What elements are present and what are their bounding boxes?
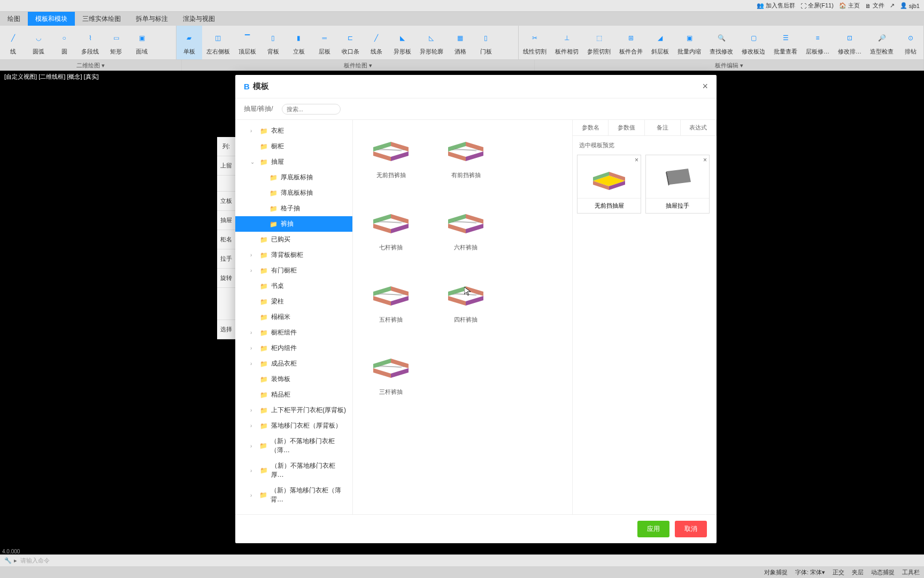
preview-item[interactable]: × 无前挡抽屉: [577, 155, 641, 214]
svg-marker-29: [373, 296, 391, 306]
tree-item[interactable]: ›📁上下柜平开门衣柜(厚背板): [235, 402, 352, 418]
tool-rect[interactable]: ▭矩形: [103, 26, 129, 59]
tree-item[interactable]: ›📁成品衣柜: [235, 356, 352, 371]
cancel-button[interactable]: 取消: [675, 521, 707, 537]
tool-special[interactable]: ◣异形板: [389, 26, 415, 59]
chevron-icon: ›: [250, 423, 257, 429]
tool-drill[interactable]: ⊙排钻: [898, 26, 923, 59]
tree-item[interactable]: 📁已购买: [235, 232, 352, 247]
tool-region[interactable]: ▣面域: [129, 26, 155, 59]
status-font[interactable]: 字体: 宋体▾: [795, 568, 825, 576]
user-menu[interactable]: 👤 sjb1: [900, 2, 920, 9]
tool-polyline[interactable]: ⌇多段线: [77, 26, 103, 59]
tree-item[interactable]: ›📁柜内组件: [235, 340, 352, 356]
tree-item[interactable]: ›📁落地移门衣柜（厚背板）: [235, 418, 352, 434]
tree-item[interactable]: 📁榻榻米: [235, 309, 352, 325]
tree-item[interactable]: ›📁薄背板橱柜: [235, 247, 352, 263]
tree-item[interactable]: 📁精品柜: [235, 387, 352, 402]
template-card[interactable]: 七杆裤抽: [361, 201, 420, 252]
tree-item[interactable]: 📁裤抽: [235, 216, 352, 232]
breadcrumb[interactable]: 抽屉/裤抽/: [244, 104, 273, 113]
tool-angle[interactable]: ◢斜层板: [647, 26, 673, 59]
tree-item[interactable]: ›📁（新）不落地移门衣柜（薄…: [235, 434, 352, 458]
status-dynsnap[interactable]: 动态捕捉: [871, 568, 895, 576]
tree-item[interactable]: 📁格子抽: [235, 201, 352, 216]
tool-check[interactable]: 🔎造型检查: [866, 26, 898, 59]
aftersales-link[interactable]: 👥 加入售后群: [757, 2, 795, 10]
preview-tab-name[interactable]: 参数名: [573, 120, 609, 135]
tool-side-panel[interactable]: ◫左右侧板: [202, 26, 234, 59]
status-snap[interactable]: 对象捕捉: [764, 568, 788, 576]
tool-circle[interactable]: ○圆: [51, 26, 77, 59]
tool-linear-cut[interactable]: ✂线性切割: [519, 26, 551, 59]
tool-merge[interactable]: ⊞板件合并: [615, 26, 647, 59]
tool-top-panel[interactable]: ▔顶层板: [234, 26, 260, 59]
template-card[interactable]: 四杆裤抽: [436, 273, 495, 324]
preview-close-button[interactable]: ×: [703, 156, 707, 164]
tree-item[interactable]: ›📁有门橱柜: [235, 263, 352, 278]
preview-tab-note[interactable]: 备注: [645, 120, 681, 135]
tree-item[interactable]: 📁薄底板标抽: [235, 185, 352, 201]
tab-template[interactable]: 模板和模块: [28, 12, 75, 26]
tool-contour[interactable]: ◺异形轮廓: [415, 26, 448, 59]
tool-door[interactable]: ▯门板: [473, 26, 499, 59]
footer-edit[interactable]: 板件编辑 ▾: [535, 60, 924, 71]
tree-item[interactable]: 📁书桌: [235, 278, 352, 294]
template-card[interactable]: 有前挡裤抽: [436, 128, 495, 179]
modal-close-button[interactable]: ×: [702, 81, 708, 92]
tool-trim[interactable]: ⊏收口条: [337, 26, 364, 59]
tree-item[interactable]: 📁橱柜: [235, 139, 352, 154]
tree-item[interactable]: 📁装饰板: [235, 371, 352, 387]
template-card[interactable]: 五杆裤抽: [361, 273, 420, 324]
tool-lines[interactable]: ╱线条: [364, 26, 389, 59]
tab-draw[interactable]: 绘图: [0, 12, 28, 26]
tree-item[interactable]: 📁梁柱: [235, 294, 352, 309]
template-card[interactable]: 无前挡裤抽: [361, 128, 420, 179]
apply-button[interactable]: 应用: [637, 521, 669, 537]
tool-single-panel[interactable]: ▰单板: [176, 26, 202, 59]
template-grid[interactable]: 无前挡裤抽有前挡裤抽七杆裤抽六杆裤抽五杆裤抽四杆裤抽三杆裤抽: [353, 120, 572, 514]
tool-ref-cut[interactable]: ⬚参照切割: [583, 26, 615, 59]
tool-shelf[interactable]: ═层板: [312, 26, 337, 59]
tab-split[interactable]: 拆单与标注: [128, 12, 175, 26]
tree-sidebar[interactable]: ›📁衣柜📁橱柜⌄📁抽屉📁厚底板标抽📁薄底板标抽📁格子抽📁裤抽📁已购买›📁薄背板橱…: [235, 120, 353, 514]
footer-panel[interactable]: 板件绘图 ▾: [182, 60, 535, 71]
tab-3d[interactable]: 三维实体绘图: [75, 12, 128, 26]
tool-wine[interactable]: ▦酒格: [448, 26, 473, 59]
tool-edge[interactable]: ▢修改板边: [737, 26, 769, 59]
status-ortho[interactable]: 正交: [833, 568, 844, 576]
preview-tab-value[interactable]: 参数值: [609, 120, 644, 135]
tree-item[interactable]: ›📁（新）落地移门衣柜（薄背…: [235, 483, 352, 507]
tool-batch-shrink[interactable]: ▣批量内缩: [673, 26, 705, 59]
search-input[interactable]: [282, 104, 341, 115]
preview-item[interactable]: × 抽屉拉手: [645, 155, 710, 214]
tool-arrange[interactable]: ⊡修改排…: [834, 26, 866, 59]
tool-back-panel[interactable]: ▯背板: [260, 26, 286, 59]
tab-render[interactable]: 渲染与视图: [175, 12, 222, 26]
tool-vert-panel[interactable]: ▮立板: [286, 26, 312, 59]
file-button[interactable]: 🗎 文件: [865, 2, 884, 10]
command-bar[interactable]: 🔧 ▸ 请输入命令: [0, 554, 924, 566]
template-card[interactable]: 六杆裤抽: [436, 201, 495, 252]
tool-line[interactable]: ╱线: [0, 26, 26, 59]
preview-close-button[interactable]: ×: [635, 156, 638, 164]
tool-arc[interactable]: ◡圆弧: [26, 26, 51, 59]
preview-tab-expr[interactable]: 表达式: [681, 120, 717, 135]
tree-item[interactable]: ›📁橱柜组件: [235, 325, 352, 340]
tree-item[interactable]: ›📁衣柜: [235, 123, 352, 139]
status-layer[interactable]: 夹层: [852, 568, 864, 576]
tree-item[interactable]: ›📁（新）不落地移门衣柜厚…: [235, 458, 352, 483]
tool-shelf-edit[interactable]: ≡层板修…: [802, 26, 834, 59]
tree-item[interactable]: ⌄📁抽屉: [235, 154, 352, 170]
tool-batch-view[interactable]: ☰批量查看: [769, 26, 802, 59]
status-toolbar[interactable]: 工具栏: [902, 568, 920, 576]
template-card[interactable]: 三杆裤抽: [361, 345, 420, 396]
tool-find[interactable]: 🔍查找修改: [705, 26, 737, 59]
share-button[interactable]: ↗: [890, 2, 895, 9]
drill-icon: ⊙: [902, 29, 919, 47]
tool-tangent[interactable]: ⊥板件相切: [551, 26, 583, 59]
fullscreen-button[interactable]: ⛶ 全屏(F11): [800, 2, 834, 10]
home-button[interactable]: 🏠 主页: [839, 2, 860, 10]
footer-2d[interactable]: 二维绘图 ▾: [0, 60, 182, 71]
tree-item[interactable]: 📁厚底板标抽: [235, 170, 352, 185]
